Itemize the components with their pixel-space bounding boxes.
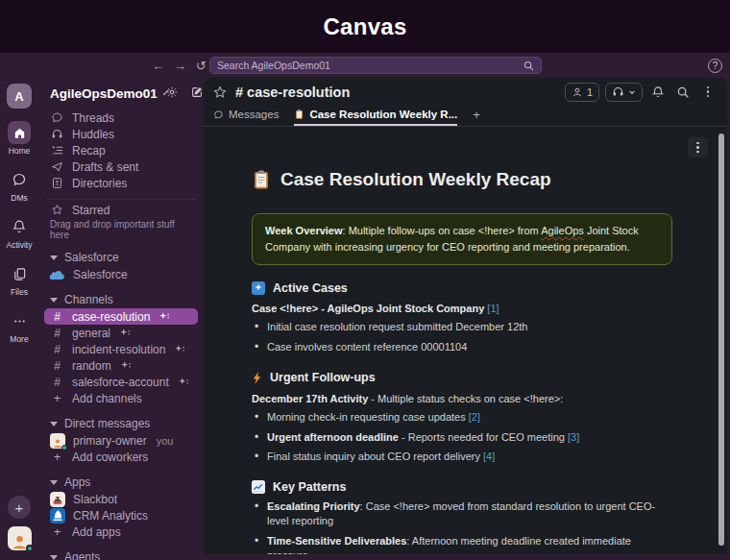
search-icon [523, 61, 534, 71]
dm-primary-owner[interactable]: primary-owner you [44, 432, 198, 449]
crm-analytics-icon [50, 508, 65, 523]
dm-avatar [50, 433, 65, 449]
main-panel: # case-resolution 1 [204, 78, 727, 554]
rail-item-activity[interactable]: Activity [7, 215, 33, 250]
help-icon[interactable]: ? [708, 59, 722, 73]
history-icon[interactable]: ↺ [196, 59, 207, 73]
sidebar-item-salesforce[interactable]: Salesforce [44, 266, 198, 282]
hash-icon: # [50, 310, 64, 324]
files-icon [8, 262, 31, 285]
section-apps[interactable]: Apps [44, 474, 198, 491]
add-coworkers-button[interactable]: + Add coworkers [44, 449, 198, 465]
back-icon[interactable]: ← [152, 59, 164, 73]
key-patterns-bullets: Escalating Priority: Case <!here> moved … [252, 499, 665, 554]
add-workspace-button[interactable]: + [8, 496, 31, 519]
chart-increasing-icon [252, 480, 265, 494]
search-bar[interactable] [209, 57, 542, 74]
filter-gear-icon[interactable] [165, 85, 179, 102]
caret-down-icon [50, 422, 58, 426]
canvas-more-options-icon[interactable] [688, 137, 708, 158]
sidebar-item-drafts[interactable]: Drafts & sent [44, 158, 198, 175]
starred-hint: Drag and drop important stuff here [44, 218, 198, 240]
channel-header: # case-resolution 1 [204, 78, 727, 106]
channel-name[interactable]: # case-resolution [235, 85, 350, 100]
add-tab-button[interactable]: + [473, 108, 480, 126]
tab-canvas[interactable]: Case Resolution Weekly R... [294, 109, 457, 126]
workspace-rail: A Home DMs Activi [0, 78, 38, 560]
caret-down-icon [50, 256, 58, 260]
add-apps-button[interactable]: + Add apps [44, 523, 198, 540]
section-agents[interactable]: Agents [44, 548, 198, 560]
section-key-patterns: Key Patterns [252, 480, 665, 494]
top-navbar: ← → ↺ ? [0, 53, 730, 78]
sidebar-item-recap[interactable]: Recap [44, 142, 198, 158]
citation-link-2[interactable]: [2] [469, 411, 480, 423]
caret-down-icon [50, 480, 58, 485]
section-salesforce[interactable]: Salesforce [44, 249, 198, 266]
scrollbar-thumb[interactable] [718, 134, 724, 546]
tab-messages[interactable]: Messages [213, 109, 279, 126]
workspace-avatar[interactable]: A [7, 84, 32, 109]
ai-sparkle-icon [159, 312, 170, 321]
sidebar-item-starred[interactable]: Starred [44, 202, 198, 218]
sidebar-item-threads[interactable]: Threads [44, 110, 198, 126]
search-input[interactable] [217, 60, 523, 71]
user-avatar[interactable] [8, 526, 32, 550]
star-channel-icon[interactable] [213, 85, 227, 99]
rail-item-home[interactable]: Home [8, 121, 31, 156]
citation-link-4[interactable]: [4] [483, 450, 495, 462]
app-crm-analytics[interactable]: CRM Analytics [44, 507, 198, 523]
hash-icon: # [50, 359, 64, 373]
sidebar-item-directories[interactable]: Directories [44, 175, 198, 191]
more-options-icon[interactable] [698, 83, 718, 102]
citation-link-3[interactable]: [3] [568, 431, 579, 443]
messages-icon [213, 110, 224, 120]
compose-icon[interactable] [190, 85, 204, 102]
workspace-name[interactable]: AgileOpsDemo01 [50, 86, 158, 101]
star-icon [50, 204, 64, 216]
section-urgent-followups: Urgent Follow-ups [252, 371, 665, 385]
plus-icon: + [50, 450, 64, 464]
paper-plane-icon [50, 160, 64, 173]
forward-icon[interactable]: → [174, 59, 186, 73]
recap-icon [50, 144, 64, 157]
active-cases-bullets: Initial case resolution request submitte… [252, 320, 665, 354]
section-direct-messages[interactable]: Direct messages [44, 415, 198, 432]
ai-sparkle-icon [120, 329, 131, 337]
app-slackbot[interactable]: Slackbot [44, 491, 198, 507]
rail-item-dms[interactable]: DMs [8, 168, 31, 203]
channel-case-resolution[interactable]: # case-resolution [44, 308, 198, 325]
section-channels[interactable]: Channels [44, 291, 198, 308]
members-button[interactable]: 1 [565, 83, 599, 102]
bullet: Urgent afternoon deadline - Reports need… [252, 430, 665, 445]
window: Canvas ← → ↺ ? A [0, 0, 730, 560]
blue-square-icon [252, 281, 265, 295]
notifications-icon[interactable] [648, 83, 668, 102]
you-badge: you [157, 435, 174, 447]
huddle-button[interactable] [605, 83, 643, 102]
threads-icon [50, 111, 64, 124]
ai-sparkle-icon [179, 377, 189, 386]
activity-lead: December 17th Activity - Multiple status… [252, 393, 665, 404]
add-channels-button[interactable]: + Add channels [44, 390, 198, 406]
person-icon [572, 86, 583, 98]
channel-salesforce-account[interactable]: # salesforce-account [44, 374, 198, 390]
week-overview-callout: Week Overview: Multiple follow-ups on ca… [252, 213, 672, 265]
sidebar: AgileOpsDemo01 Thread [38, 78, 204, 560]
channel-random[interactable]: # random [44, 357, 198, 374]
tab-bar: Messages Case Resolution Weekly R... + [204, 106, 727, 127]
rail-item-files[interactable]: Files [8, 262, 31, 297]
rail-item-more[interactable]: More [8, 309, 31, 344]
sidebar-item-huddles[interactable]: Huddles [44, 126, 198, 142]
citation-link-1[interactable]: [1] [487, 303, 499, 314]
channel-incident-resolution[interactable]: # incident-resolution [44, 341, 198, 357]
canvas-doc-icon [294, 109, 304, 120]
sidebar-divider [46, 199, 196, 200]
scrollbar[interactable] [718, 130, 725, 551]
channel-general[interactable]: # general [44, 325, 198, 341]
search-in-channel-icon[interactable] [673, 83, 693, 102]
hash-icon: # [50, 327, 64, 340]
chevron-down-icon [628, 88, 636, 96]
salesforce-cloud-icon [50, 267, 65, 282]
hash-icon: # [50, 343, 64, 356]
